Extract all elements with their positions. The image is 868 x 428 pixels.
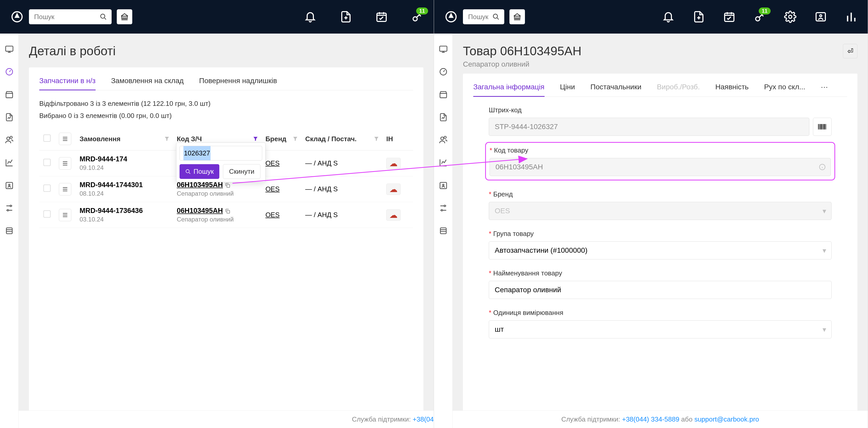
tab-general[interactable]: Загальна інформація xyxy=(473,83,545,97)
bank-button[interactable] xyxy=(509,9,525,24)
contact-icon[interactable] xyxy=(814,10,827,23)
footer-right: Служба підтримки: +38(044) 334-5889 або … xyxy=(453,410,868,428)
sidebar-gauge[interactable] xyxy=(438,67,448,77)
supplier-cell: — / АНД S xyxy=(301,202,382,228)
bell-icon[interactable] xyxy=(662,10,675,23)
tab-movement[interactable]: Рух по скл... xyxy=(764,83,805,97)
global-search[interactable] xyxy=(29,9,112,24)
row-checkbox[interactable] xyxy=(43,210,51,218)
table-menu-button[interactable] xyxy=(59,133,71,145)
cloud-status[interactable]: ☁ xyxy=(386,184,401,195)
info-icon[interactable] xyxy=(819,164,826,170)
key-badge: 11 xyxy=(416,7,428,14)
sidebar-right xyxy=(434,34,453,428)
unit-select[interactable]: шт ▾ xyxy=(489,320,832,338)
sidebar-sliders[interactable] xyxy=(438,203,448,213)
row-menu-button[interactable] xyxy=(59,183,71,195)
filter-icon[interactable] xyxy=(164,136,170,142)
brand-link[interactable]: OES xyxy=(265,211,280,219)
cloud-status[interactable]: ☁ xyxy=(386,158,401,169)
col-supplier[interactable]: Склад / Постач. xyxy=(301,128,382,151)
row-checkbox[interactable] xyxy=(43,185,51,192)
copy-icon[interactable] xyxy=(224,208,231,214)
footer-phone[interactable]: +38(044) 334-5889 xyxy=(622,415,679,423)
filter-search-button[interactable]: Пошук xyxy=(180,164,219,179)
add-file-icon[interactable] xyxy=(692,10,705,23)
sidebar-calendar-user[interactable] xyxy=(438,180,448,191)
svg-point-6 xyxy=(7,137,9,140)
filter-icon[interactable] xyxy=(373,136,379,142)
filter-icon[interactable] xyxy=(252,136,258,142)
app-logo-icon[interactable] xyxy=(10,10,24,24)
table-row: MRD-9444-173643603.10.24 06H103495AHСепа… xyxy=(39,202,413,228)
part-filter-popover: Пошук Скинути xyxy=(176,142,266,182)
add-file-icon[interactable] xyxy=(340,10,352,23)
calendar-check-icon[interactable] xyxy=(375,10,388,23)
row-menu-button[interactable] xyxy=(59,157,71,170)
sidebar-chart[interactable] xyxy=(4,158,14,168)
key-icon[interactable]: 11 xyxy=(411,10,424,23)
global-search-input[interactable] xyxy=(34,13,106,21)
app-logo-icon[interactable] xyxy=(444,10,458,24)
topbar-right: 11 xyxy=(434,0,868,34)
barcode-scan-button[interactable] xyxy=(813,118,832,136)
bank-button[interactable] xyxy=(117,9,132,24)
sidebar-report[interactable] xyxy=(4,112,14,122)
tab-returns[interactable]: Повернення надлишків xyxy=(199,77,277,90)
sidebar-users[interactable] xyxy=(4,135,14,145)
bar-chart-icon[interactable] xyxy=(845,10,858,23)
sidebar-list[interactable] xyxy=(438,226,448,236)
sidebar-chart[interactable] xyxy=(438,158,448,168)
part-link[interactable]: 06H103495AH xyxy=(177,207,223,215)
footer-left: Служба підтримки: +38(04 xyxy=(19,410,434,428)
sidebar-list[interactable] xyxy=(4,226,14,236)
brand-link[interactable]: OES xyxy=(265,185,280,193)
cloud-status[interactable]: ☁ xyxy=(386,209,401,221)
copy-icon[interactable] xyxy=(224,182,231,189)
name-input[interactable] xyxy=(489,281,832,299)
back-button[interactable]: ⏎ xyxy=(843,44,858,58)
footer-phone[interactable]: +38(04 xyxy=(412,415,434,423)
sidebar-dashboard[interactable] xyxy=(438,44,448,54)
tabs-more[interactable]: ⋯ xyxy=(821,83,828,97)
filter-summary-2: Вибрано 0 із 3 елементів (0.00 грн, 0.0 … xyxy=(39,112,413,120)
sidebar-gauge[interactable] xyxy=(4,67,14,77)
bell-icon[interactable] xyxy=(304,10,316,23)
sidebar-report[interactable] xyxy=(438,112,448,122)
col-brand[interactable]: Бренд xyxy=(261,128,301,151)
tab-suppliers[interactable]: Постачальники xyxy=(591,83,642,97)
col-order[interactable]: Замовлення xyxy=(75,128,173,151)
tab-warehouse-orders[interactable]: Замовлення на склад xyxy=(111,77,184,90)
tab-stock[interactable]: Наявність xyxy=(715,83,749,97)
product-title: Товар 06H103495AH xyxy=(463,44,582,58)
row-checkbox[interactable] xyxy=(43,159,51,166)
order-date: 09.10.24 xyxy=(80,164,168,171)
order-number[interactable]: MRD-9444-1736436 xyxy=(80,207,168,215)
svg-point-19 xyxy=(820,15,822,17)
global-search[interactable] xyxy=(463,9,504,24)
select-all-checkbox[interactable] xyxy=(43,134,51,142)
filter-reset-button[interactable]: Скинути xyxy=(223,164,260,179)
brand-link[interactable]: OES xyxy=(265,159,280,167)
group-select[interactable]: Автозапчастини (#1000000) ▾ xyxy=(489,241,832,259)
calendar-check-icon[interactable] xyxy=(723,10,736,23)
tab-parts[interactable]: Запчастини в н/з xyxy=(39,77,96,90)
settings-icon[interactable] xyxy=(784,10,797,23)
order-number[interactable]: MRD-9444-174 xyxy=(80,155,168,163)
sidebar-package[interactable] xyxy=(438,89,448,100)
sidebar-users[interactable] xyxy=(438,135,448,145)
svg-point-22 xyxy=(441,137,443,140)
filter-icon[interactable] xyxy=(292,136,299,142)
tab-prices[interactable]: Ціни xyxy=(560,83,575,97)
footer-email[interactable]: support@carbook.pro xyxy=(694,415,759,423)
sidebar-package[interactable] xyxy=(4,89,14,100)
row-menu-button[interactable] xyxy=(59,209,71,221)
sidebar-sliders[interactable] xyxy=(4,203,14,213)
name-label: Найменування товару xyxy=(489,269,832,277)
part-filter-input[interactable] xyxy=(180,146,262,161)
supplier-cell: — / АНД S xyxy=(301,176,382,202)
sidebar-dashboard[interactable] xyxy=(4,44,14,54)
key-icon[interactable]: 11 xyxy=(753,10,766,23)
order-number[interactable]: MRD-9444-1744301 xyxy=(80,181,168,189)
sidebar-calendar-user[interactable] xyxy=(4,180,14,191)
